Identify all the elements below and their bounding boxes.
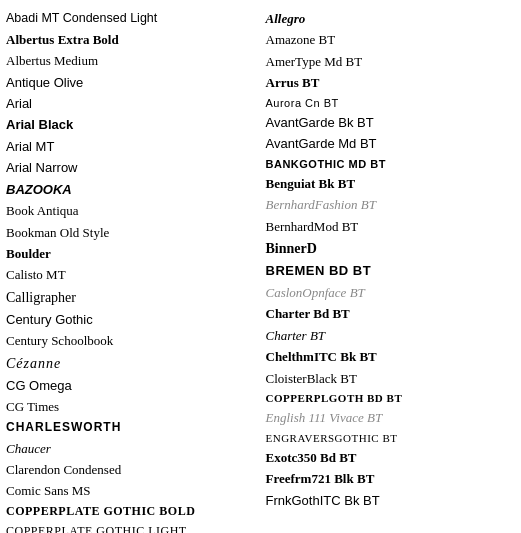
left-column: Abadi MT Condensed LightAlbertus Extra B… (6, 8, 266, 533)
right-font-item[interactable]: Allegro (266, 8, 516, 29)
left-font-item[interactable]: Copperplate Gothic Bold (6, 502, 256, 522)
left-font-item[interactable]: Book Antiqua (6, 200, 256, 221)
right-font-item[interactable]: Charter Bd BT (266, 303, 516, 324)
left-font-item[interactable]: Arial (6, 93, 256, 114)
left-font-item[interactable]: Calisto MT (6, 264, 256, 285)
left-font-item[interactable]: Chaucer (6, 438, 256, 459)
right-font-item[interactable]: AmerType Md BT (266, 51, 516, 72)
left-font-item[interactable]: Arial Narrow (6, 157, 256, 178)
right-font-item[interactable]: BernhardMod BT (266, 216, 516, 237)
right-font-item[interactable]: English 111 Vivace BT (266, 407, 516, 428)
left-font-item[interactable]: BAZOOKA (6, 179, 256, 200)
left-font-item[interactable]: Copperplate Gothic Light (6, 522, 256, 533)
left-font-item[interactable]: Bookman Old Style (6, 222, 256, 243)
left-font-item[interactable]: Calligrapher (6, 286, 256, 309)
left-font-item[interactable]: Cézanne (6, 352, 256, 375)
right-font-item[interactable]: FrnkGothITC Bk BT (266, 490, 516, 511)
left-font-item[interactable]: CG Times (6, 396, 256, 417)
right-font-item[interactable]: CaslonOpnface BT (266, 282, 516, 303)
left-font-item[interactable]: Arial Black (6, 114, 256, 135)
right-font-item[interactable]: BinnerD (266, 237, 516, 260)
right-font-item[interactable]: AvantGarde Bk BT (266, 112, 516, 133)
left-font-item[interactable]: Antique Olive (6, 72, 256, 93)
left-font-item[interactable]: Century Gothic (6, 309, 256, 330)
left-font-item[interactable]: Abadi MT Condensed Light (6, 8, 256, 29)
right-font-item[interactable]: Aurora Cn BT (266, 94, 516, 112)
right-column: AllegroAmazone BTAmerType Md BTArrus BTA… (266, 8, 516, 533)
right-font-item[interactable]: BankGothic Md BT (266, 155, 516, 173)
right-font-item[interactable]: AvantGarde Md BT (266, 133, 516, 154)
left-font-item[interactable]: Clarendon Condensed (6, 459, 256, 480)
left-font-item[interactable]: Albertus Medium (6, 50, 256, 71)
right-font-item[interactable]: CloisterBlack BT (266, 368, 516, 389)
left-font-item[interactable]: Boulder (6, 243, 256, 264)
left-font-item[interactable]: Arial MT (6, 136, 256, 157)
right-font-item[interactable]: Charter BT (266, 325, 516, 346)
left-font-item[interactable]: Century Schoolbook (6, 330, 256, 351)
right-font-item[interactable]: BernhardFashion BT (266, 194, 516, 215)
right-font-item[interactable]: Exotc350 Bd BT (266, 447, 516, 468)
left-font-item[interactable]: Albertus Extra Bold (6, 29, 256, 50)
left-font-item[interactable]: CHARLESWORTH (6, 418, 256, 438)
right-font-item[interactable]: Benguiat Bk BT (266, 173, 516, 194)
right-font-item[interactable]: Freefrm721 Blk BT (266, 468, 516, 489)
left-font-item[interactable]: CG Omega (6, 375, 256, 396)
right-font-item[interactable]: EngraversGothic BT (266, 429, 516, 447)
right-font-item[interactable]: CopperplGoth Bd BT (266, 389, 516, 407)
font-list-container: Abadi MT Condensed LightAlbertus Extra B… (6, 8, 515, 533)
right-font-item[interactable]: Arrus BT (266, 72, 516, 93)
right-font-item[interactable]: Amazone BT (266, 29, 516, 50)
right-font-item[interactable]: ChelthmITC Bk BT (266, 346, 516, 367)
left-font-item[interactable]: Comic Sans MS (6, 480, 256, 501)
right-font-item[interactable]: BREMEN BD BT (266, 260, 516, 281)
